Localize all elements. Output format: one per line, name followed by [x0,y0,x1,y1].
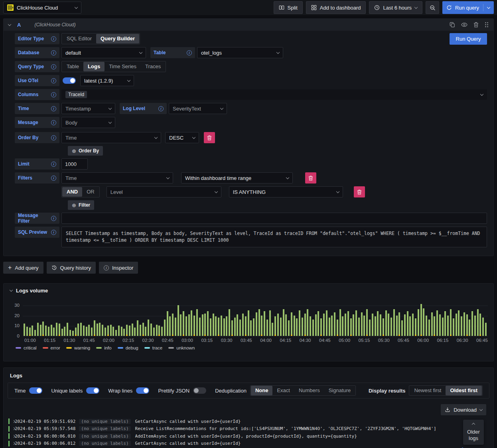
info-icon[interactable] [51,92,56,97]
option-newest-first[interactable]: Newest first [410,386,446,395]
info-icon[interactable] [51,78,56,83]
log-row[interactable]: 2024-02-19 06:00:06.010(no unique labels… [8,432,489,440]
otel-version-select[interactable]: latest (1.2.9) [80,75,134,86]
info-icon[interactable] [51,135,56,140]
log-row[interactable]: 2024-02-19 06:00:06.012(no unique labels… [8,440,489,448]
option-oldest-first[interactable]: Oldest first [446,386,482,395]
split-button[interactable]: Split [274,1,303,14]
legend-item-debug[interactable]: debug [118,345,138,350]
filter-operator-select[interactable]: Within dashboard time range [181,172,293,184]
query-row-header[interactable]: A (ClickHouse Cloud) [4,19,493,31]
wrap-lines-toggle[interactable] [136,387,149,394]
option-table[interactable]: Table [62,62,83,71]
bar [291,312,292,336]
filter-op-select[interactable]: IS ANYTHING [229,186,343,197]
info-icon[interactable] [51,230,56,235]
filter-level-select[interactable]: Level [106,186,221,197]
option-time-series[interactable]: Time Series [105,62,141,71]
bar [215,316,217,336]
bar [77,324,79,336]
message-column-select[interactable]: Body [61,117,115,128]
run-query-button[interactable]: Run query [442,1,494,14]
option-traces[interactable]: Traces [141,62,165,71]
collapse-chevron-icon[interactable] [8,22,11,26]
prettify-json-toggle[interactable] [193,387,206,394]
delete-query-icon[interactable] [473,22,479,28]
zoom-out-button[interactable] [426,1,439,14]
order-by-field-select[interactable]: Time [61,132,161,143]
option-or[interactable]: OR [82,187,99,197]
order-by-direction-select[interactable]: DESC [165,132,199,143]
info-icon[interactable] [51,216,56,221]
add-filter-button[interactable]: Filter [68,200,94,210]
bar [261,316,262,336]
option-exact[interactable]: Exact [272,386,294,395]
info-icon[interactable] [51,64,56,69]
query-history-button[interactable]: Query history [47,262,96,274]
table-select[interactable]: otel_logs [197,47,283,58]
legend-item-unknown[interactable]: unknown [168,345,195,350]
remove-filter-condition-button[interactable] [354,186,365,197]
trash-icon [207,135,212,140]
info-icon[interactable] [51,120,56,125]
older-logs-button[interactable]: Older logs [463,420,484,445]
remove-order-by-button[interactable] [204,132,215,143]
info-icon[interactable] [51,176,56,181]
add-query-button[interactable]: Add query [3,262,43,274]
bar [72,331,74,336]
bar [118,326,120,336]
inspector-button[interactable]: Inspector [99,262,138,274]
log-row[interactable]: 2024-02-19 05:59:57.548(no unique labels… [8,425,489,433]
option-logs[interactable]: Logs [83,62,105,71]
limit-input[interactable] [61,158,88,170]
legend-item-info[interactable]: info [96,345,112,350]
editor-run-query-button[interactable]: Run Query [450,33,487,45]
hide-response-eye-icon[interactable] [461,22,467,27]
bar [196,309,198,336]
drag-handle-icon[interactable] [485,22,489,28]
option-numbers[interactable]: Numbers [294,386,324,395]
warning-segment [366,335,368,336]
database-select[interactable]: default [61,47,146,58]
info-icon[interactable] [51,162,56,167]
legend-item-trace[interactable]: trace [144,345,163,350]
columns-multiselect[interactable]: TraceId [61,89,487,100]
x-tick-label: 02:00 [103,338,114,343]
info-icon[interactable] [51,36,56,41]
duplicate-query-icon[interactable] [450,22,455,28]
download-button[interactable]: Download [441,404,486,415]
option-signature[interactable]: Signature [324,386,355,395]
logs-volume-header[interactable]: Logs volume [4,284,493,294]
use-otel-toggle[interactable] [63,77,76,84]
time-range-picker[interactable]: Last 6 hours [369,1,422,14]
option-sql-editor[interactable]: SQL Editor [62,34,96,43]
collapse-chevron-icon[interactable] [10,288,13,292]
unique-labels-toggle[interactable] [86,387,99,394]
deduplication-label: Deduplication [215,388,247,394]
legend-item-warning[interactable]: warning [66,345,90,350]
column-chip[interactable]: TraceId [65,91,87,98]
database-table-row: Database default Table otel_logs [15,47,487,58]
datasource-picker[interactable]: ClickHouse Cloud [3,2,81,14]
log-level-select[interactable]: SeverityText [169,103,227,114]
legend-item-error[interactable]: error [43,345,60,350]
bar [32,326,33,336]
info-icon[interactable] [51,50,56,55]
legend-item-critical[interactable]: critical [16,345,37,350]
add-to-dashboard-button[interactable]: Add to dashboard [306,1,366,14]
filter-field-select[interactable]: Time [61,172,173,184]
message-filter-input[interactable] [61,213,487,224]
chevron-down-icon[interactable] [487,5,490,8]
add-order-by-button[interactable]: Order By [68,146,103,156]
log-row[interactable]: 2024-02-19 05:59:51.692(no unique labels… [8,418,489,425]
info-icon[interactable] [51,106,56,111]
bar [477,309,479,336]
time-column-select[interactable]: Timestamp [61,103,115,114]
remove-filter-button[interactable] [305,172,316,184]
info-icon[interactable] [187,50,192,55]
option-query-builder[interactable]: Query Builder [96,34,139,43]
info-icon[interactable] [158,106,164,111]
option-and[interactable]: AND [62,187,82,197]
option-none[interactable]: None [251,386,273,395]
time-toggle[interactable] [29,387,42,394]
